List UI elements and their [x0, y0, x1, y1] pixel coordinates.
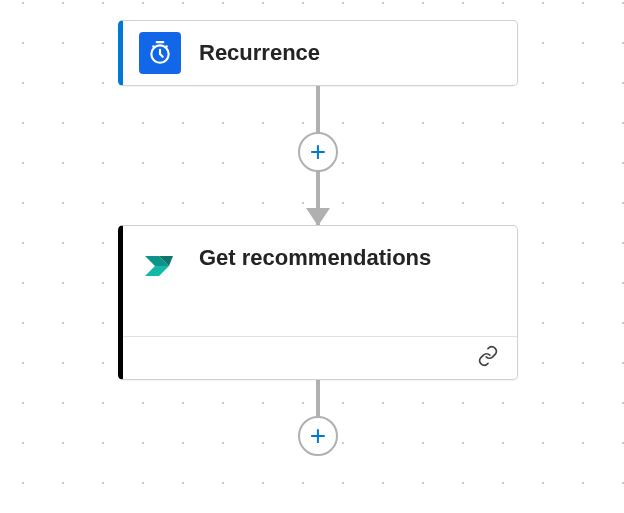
svg-point-1	[152, 45, 155, 48]
add-step-button[interactable]: +	[298, 416, 338, 456]
node-title: Get recommendations	[199, 244, 431, 273]
svg-point-2	[165, 45, 168, 48]
power-automate-icon	[139, 244, 181, 286]
plus-icon: +	[310, 138, 326, 166]
node-header: Get recommendations	[123, 226, 517, 336]
arrow-head-icon	[306, 208, 330, 226]
workflow-canvas[interactable]: Recurrence + Get recommendations	[0, 0, 624, 513]
add-step-button[interactable]: +	[298, 132, 338, 172]
node-title: Recurrence	[199, 39, 320, 68]
workflow-node-get-recommendations[interactable]: Get recommendations	[118, 225, 518, 380]
workflow-node-recurrence[interactable]: Recurrence	[118, 20, 518, 86]
clock-icon	[139, 32, 181, 74]
connector-line	[316, 380, 320, 416]
node-header: Recurrence	[123, 21, 517, 85]
node-footer	[123, 336, 517, 378]
plus-icon: +	[310, 422, 326, 450]
link-icon[interactable]	[477, 345, 499, 371]
